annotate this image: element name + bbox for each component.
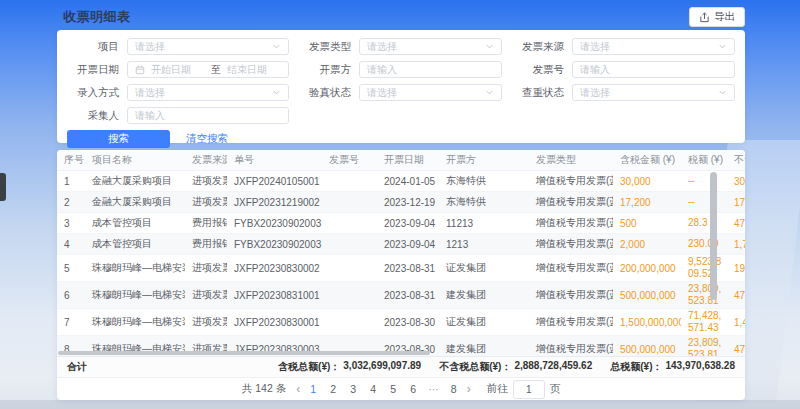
page-title: 收票明细表	[63, 8, 131, 26]
summary-total-value: 2,888,728,459.62	[514, 360, 592, 374]
chevron-down-icon	[272, 42, 281, 51]
column-header-0: 序号	[57, 150, 85, 171]
filter-invoice-type-select[interactable]: 请选择	[359, 38, 502, 55]
filter-label-entry-method: 录入方式	[67, 86, 119, 100]
column-header-3: 单号	[227, 150, 322, 171]
cell: 金融大厦采购项目	[85, 192, 185, 213]
search-button[interactable]: 搜索	[67, 130, 170, 148]
cell: 7	[57, 309, 85, 336]
summary-total-value: 3,032,699,097.89	[343, 360, 421, 374]
page-button-3[interactable]: 3	[348, 383, 358, 395]
table-row[interactable]: 4成本管控项目费用报销FYBX202309020032023-09-041213…	[57, 234, 745, 255]
clear-search-link[interactable]: 清空搜索	[186, 132, 228, 146]
filter-label-invoice-no: 发票号	[512, 63, 564, 77]
calendar-icon	[135, 65, 145, 75]
filter-invoice-no-input[interactable]: 请输入	[572, 61, 735, 78]
summary-label: 合计	[67, 360, 87, 374]
page-button-2[interactable]: 2	[328, 383, 338, 395]
placeholder-text: 请选择	[135, 86, 272, 100]
summary-total-2: 总税额(¥)：143,970,638.28	[610, 360, 735, 374]
filter-item-invoice-no: 发票号请输入	[512, 61, 735, 78]
cell: 23,809,523.81	[681, 282, 727, 309]
filter-item-invoice-type: 发票类型请选择	[299, 38, 502, 55]
cell: 进项发票	[185, 192, 227, 213]
filter-label-project: 项目	[67, 40, 119, 54]
cell: --	[681, 171, 727, 192]
table-row[interactable]: 3成本管控项目费用报销FYBX202309020032023-09-041121…	[57, 213, 745, 234]
page-ellipsis[interactable]: ···	[428, 383, 439, 395]
filter-label-verify-status: 验真状态	[299, 86, 351, 100]
cell: JXFP20230831001	[227, 282, 322, 309]
cell: 30,000	[613, 171, 681, 192]
filter-verify-status-select[interactable]: 请选择	[359, 84, 502, 101]
filter-invoice-source-select[interactable]: 请选择	[572, 38, 735, 55]
cell	[322, 213, 377, 234]
date-end-placeholder: 结束日期	[227, 63, 281, 77]
filter-entry-method-select[interactable]: 请选择	[127, 84, 289, 101]
cell: 证发集团	[439, 309, 529, 336]
cell: 珠穆朗玛峰—电梯安装	[85, 309, 185, 336]
summary-total-label: 不含税总额(¥)：	[439, 360, 511, 374]
cell: 2023-09-04	[377, 213, 439, 234]
invoice-table-panel: 序号项目名称发票来源单号发票号开票日期开票方发票类型含税金额 (¥)税额 (¥)…	[57, 150, 745, 400]
cell: 2023-08-31	[377, 282, 439, 309]
summary-total-value: 143,970,638.28	[665, 360, 735, 374]
cell: 4	[57, 234, 85, 255]
cell: 增值税专用发票(蓝)	[529, 171, 613, 192]
cell: 2023-12-19	[377, 192, 439, 213]
cell	[322, 255, 377, 282]
side-drawer-handle[interactable]	[0, 173, 6, 201]
export-button[interactable]: 导出	[689, 7, 745, 27]
summary-total-0: 含税总额(¥)：3,032,699,097.89	[278, 360, 421, 374]
page-button-8[interactable]: 8	[449, 383, 459, 395]
page-button-6[interactable]: 6	[408, 383, 418, 395]
page-button-1[interactable]: 1	[308, 383, 318, 395]
filter-issuer-input[interactable]: 请输入	[359, 61, 502, 78]
cell: 3	[57, 213, 85, 234]
prev-page-icon[interactable]: ‹	[296, 383, 300, 395]
placeholder-text: 请选择	[580, 86, 718, 100]
column-header-1: 项目名称	[85, 150, 185, 171]
table-row[interactable]: 6珠穆朗玛峰—电梯安装进项发票JXFP202308310012023-08-31…	[57, 282, 745, 309]
table-row[interactable]: 7珠穆朗玛峰—电梯安装进项发票JXFP202308300012023-08-30…	[57, 309, 745, 336]
next-page-icon[interactable]: ›	[467, 383, 471, 395]
cell: 30,000	[727, 171, 745, 192]
cell: 珠穆朗玛峰—电梯安装	[85, 282, 185, 309]
page-jump-input[interactable]	[513, 380, 545, 399]
summary-total-1: 不含税总额(¥)：2,888,728,459.62	[439, 360, 592, 374]
cell: 增值税专用发票(蓝)	[529, 309, 613, 336]
cell: 11213	[439, 213, 529, 234]
page-button-5[interactable]: 5	[388, 383, 398, 395]
cell: 28.3	[681, 213, 727, 234]
filter-duplicate-status-select[interactable]: 请选择	[572, 84, 735, 101]
cell: 成本管控项目	[85, 213, 185, 234]
cell: 进项发票	[185, 309, 227, 336]
cell: 2,000	[613, 234, 681, 255]
filter-project-select[interactable]: 请选择	[127, 38, 289, 55]
cell	[322, 171, 377, 192]
cell: 500,000,000	[613, 282, 681, 309]
column-header-4: 发票号	[322, 150, 377, 171]
filter-invoice-date-range[interactable]: 开始日期至结束日期	[127, 61, 289, 78]
vertical-scrollbar[interactable]	[710, 172, 717, 300]
table-scroll-area: 序号项目名称发票来源单号发票号开票日期开票方发票类型含税金额 (¥)税额 (¥)…	[57, 150, 745, 356]
table-row[interactable]: 5珠穆朗玛峰—电梯安装进项发票JXFP202308300022023-08-31…	[57, 255, 745, 282]
cell: 500	[613, 213, 681, 234]
export-icon	[699, 12, 710, 23]
cell	[322, 234, 377, 255]
page-button-4[interactable]: 4	[368, 383, 378, 395]
cell: 增值税专用发票(蓝)	[529, 192, 613, 213]
cell: 17,200	[727, 192, 745, 213]
filter-panel: 项目请选择发票类型请选择发票来源请选择开票日期开始日期至结束日期开票方请输入发票…	[57, 30, 745, 143]
placeholder-text: 请选择	[367, 86, 485, 100]
horizontal-scrollbar[interactable]	[58, 351, 430, 355]
table-row[interactable]: 1金融大厦采购项目进项发票JXFP202401050012024-01-05东海…	[57, 171, 745, 192]
page-jump-suffix: 页	[550, 382, 561, 396]
chevron-down-icon	[718, 42, 727, 51]
chevron-down-icon	[272, 88, 281, 97]
filter-collector-input[interactable]: 请输入	[127, 107, 289, 124]
column-header-8: 含税金额 (¥)	[613, 150, 681, 171]
table-row[interactable]: 2金融大厦采购项目进项发票JXFP202312190022023-12-19东海…	[57, 192, 745, 213]
chevron-down-icon	[718, 88, 727, 97]
cell: 9,523,809.52	[681, 255, 727, 282]
